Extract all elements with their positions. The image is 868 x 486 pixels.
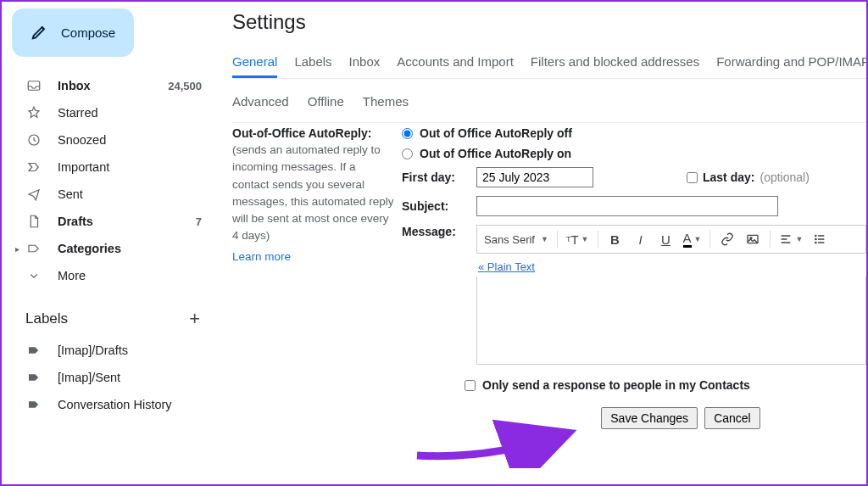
- inbox-icon: [25, 77, 42, 94]
- message-row: Message: Sans Serif▼ TT▼ B I U A▼: [402, 225, 866, 392]
- svg-point-4: [815, 235, 816, 236]
- compose-label: Compose: [61, 25, 115, 40]
- save-changes-button[interactable]: Save Changes: [601, 407, 698, 429]
- nav-drafts[interactable]: Drafts 7: [8, 208, 212, 235]
- settings-tabs-row1: General Labels Inbox Accounts and Import…: [232, 47, 866, 79]
- ooo-off-row[interactable]: Out of Office AutoReply off: [402, 126, 866, 140]
- tab-inbox[interactable]: Inbox: [349, 47, 381, 78]
- contacts-only-checkbox[interactable]: [465, 380, 476, 391]
- nav-inbox[interactable]: Inbox 24,500: [8, 72, 212, 99]
- important-icon: [25, 159, 42, 176]
- first-day-input[interactable]: [476, 167, 593, 187]
- link-button[interactable]: [715, 227, 739, 251]
- tab-filters[interactable]: Filters and blocked addresses: [531, 47, 699, 78]
- main-content: Settings General Labels Inbox Accounts a…: [219, 2, 866, 484]
- nav-important[interactable]: Important: [8, 154, 212, 181]
- label-icon: [25, 342, 42, 359]
- label-item[interactable]: [Imap]/Sent: [8, 364, 212, 391]
- message-editor: Sans Serif▼ TT▼ B I U A▼ ▼: [476, 225, 866, 392]
- align-button[interactable]: ▼: [776, 227, 806, 251]
- italic-button[interactable]: I: [629, 227, 653, 251]
- label-item[interactable]: Conversation History: [8, 391, 212, 418]
- last-day-checkbox[interactable]: [687, 172, 698, 183]
- plain-text-link[interactable]: « Plain Text: [478, 260, 866, 273]
- tab-accounts[interactable]: Accounts and Import: [397, 47, 514, 78]
- tab-forwarding[interactable]: Forwarding and POP/IMAP: [716, 47, 866, 78]
- format-toolbar: Sans Serif▼ TT▼ B I U A▼ ▼: [476, 225, 866, 254]
- page-title: Settings: [232, 10, 866, 34]
- nav-snoozed[interactable]: Snoozed: [8, 126, 212, 154]
- ooo-off-radio[interactable]: [402, 128, 413, 139]
- text-color-button[interactable]: A▼: [680, 227, 705, 251]
- labels-list: [Imap]/Drafts [Imap]/Sent Conversation H…: [8, 337, 212, 418]
- nav-more[interactable]: More: [8, 262, 212, 289]
- file-icon: [25, 213, 42, 230]
- tab-advanced[interactable]: Advanced: [232, 87, 289, 115]
- action-buttons: Save Changes Cancel: [402, 407, 866, 429]
- nav-starred[interactable]: Starred: [8, 99, 212, 126]
- nav-sent[interactable]: Sent: [8, 181, 212, 208]
- labels-header: Labels +: [8, 308, 212, 330]
- add-label-button[interactable]: +: [189, 308, 200, 330]
- cancel-button[interactable]: Cancel: [704, 407, 760, 429]
- font-size-button[interactable]: TT▼: [563, 227, 593, 251]
- svg-point-6: [815, 242, 816, 243]
- tab-general[interactable]: General: [232, 47, 277, 78]
- first-day-row: First day: Last day: (optional): [402, 167, 866, 187]
- send-icon: [25, 186, 42, 203]
- underline-button[interactable]: U: [654, 227, 678, 251]
- tab-labels[interactable]: Labels: [294, 47, 331, 78]
- clock-icon: [25, 131, 42, 148]
- chevron-down-icon: [25, 267, 42, 284]
- message-textarea[interactable]: [476, 277, 866, 365]
- last-day-group: Last day: (optional): [687, 170, 810, 184]
- list-button[interactable]: [808, 227, 832, 251]
- ooo-body: Out of Office AutoReply off Out of Offic…: [402, 126, 866, 429]
- star-icon: [25, 104, 42, 121]
- ooo-setting: Out-of-Office AutoReply: (sends an autom…: [232, 122, 866, 429]
- settings-tabs-row2: Advanced Offline Themes: [232, 79, 866, 122]
- expand-icon: ▸: [25, 240, 42, 257]
- label-icon: [25, 369, 42, 386]
- svg-point-5: [815, 238, 816, 239]
- subject-input[interactable]: [476, 196, 778, 216]
- tab-themes[interactable]: Themes: [363, 87, 409, 115]
- sidebar: Compose Inbox 24,500 Starred Snoozed Imp…: [2, 2, 219, 484]
- ooo-title: Out-of-Office AutoReply:: [232, 126, 395, 140]
- label-item[interactable]: [Imap]/Drafts: [8, 337, 212, 364]
- ooo-desc: (sends an automated reply to incoming me…: [232, 142, 395, 245]
- image-button[interactable]: [741, 227, 765, 251]
- ooo-label-col: Out-of-Office AutoReply: (sends an autom…: [232, 126, 402, 263]
- pencil-icon: [31, 22, 49, 43]
- font-select[interactable]: Sans Serif▼: [481, 227, 552, 251]
- nav-list: Inbox 24,500 Starred Snoozed Important S…: [8, 72, 212, 289]
- ooo-on-radio[interactable]: [402, 148, 413, 159]
- nav-categories[interactable]: ▸ Categories: [8, 235, 212, 262]
- compose-button[interactable]: Compose: [12, 8, 134, 57]
- ooo-on-row[interactable]: Out of Office AutoReply on: [402, 147, 866, 160]
- bold-button[interactable]: B: [604, 227, 627, 251]
- label-icon: [25, 396, 42, 413]
- learn-more-link[interactable]: Learn more: [232, 250, 291, 263]
- svg-rect-0: [28, 81, 40, 91]
- tab-offline[interactable]: Offline: [308, 87, 344, 115]
- subject-row: Subject:: [402, 196, 866, 216]
- contacts-only-row[interactable]: Only send a response to people in my Con…: [465, 378, 866, 392]
